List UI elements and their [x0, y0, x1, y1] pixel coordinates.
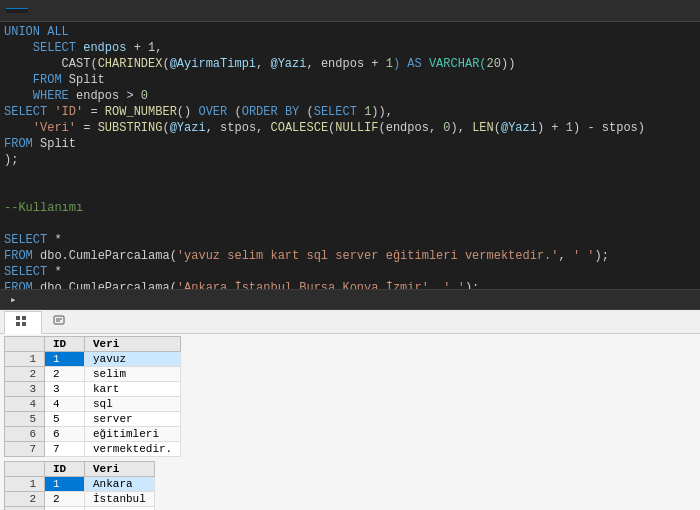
code-token: ) AS [393, 57, 429, 71]
code-token: LEN [472, 121, 494, 135]
code-token: 0 [141, 89, 148, 103]
code-line [0, 216, 700, 232]
code-token: @Yazi [170, 121, 206, 135]
code-token: FROM [4, 73, 69, 87]
code-token: ), [451, 121, 473, 135]
cell-id: 1 [45, 477, 85, 492]
column-header [5, 462, 45, 477]
messages-icon [53, 314, 65, 329]
code-token: dbo.CumleParcalama( [40, 281, 177, 290]
zoom-bar: ▸ [0, 290, 700, 310]
svg-rect-1 [22, 316, 26, 320]
row-number: 6 [5, 427, 45, 442]
code-content: WHERE endpos > 0 [4, 88, 700, 104]
code-content: UNION ALL [4, 24, 700, 40]
table-row[interactable]: 77vermektedir. [5, 442, 181, 457]
code-token: Split [40, 137, 76, 151]
code-editor: UNION ALL SELECT endpos + 1, CAST(CHARIN… [0, 22, 700, 290]
code-line: --Kullanımı [0, 200, 700, 216]
cell-veri: sql [85, 397, 181, 412]
code-content: FROM dbo.CumleParcalama('yavuz selim kar… [4, 248, 700, 264]
table-row[interactable]: 22selim [5, 367, 181, 382]
code-token: = [76, 121, 98, 135]
code-token: , [559, 249, 573, 263]
code-token: dbo.CumleParcalama( [40, 249, 177, 263]
row-number: 7 [5, 442, 45, 457]
code-content: ); [4, 152, 700, 168]
code-token: @Yazi [501, 121, 537, 135]
code-line: 'Veri' = SUBSTRING(@Yazi, stpos, COALESC… [0, 120, 700, 136]
cell-veri: Bursa [85, 507, 155, 511]
code-token [4, 121, 33, 135]
table-row[interactable]: 22İstanbul [5, 492, 155, 507]
cell-veri: vermektedir. [85, 442, 181, 457]
code-token: ) [508, 57, 515, 71]
row-number: 2 [5, 367, 45, 382]
svg-rect-3 [22, 322, 26, 326]
code-token: ); [465, 281, 479, 290]
grid-section-1: IDVeri 11yavuz22selim33kart44sql55server… [0, 336, 700, 457]
code-token: SELECT [4, 105, 54, 119]
cell-id: 5 [45, 412, 85, 427]
code-token: --Kullanımı [4, 201, 83, 215]
code-token: Split [69, 73, 105, 87]
code-token: )), [371, 105, 393, 119]
table-row[interactable]: 66eğitimleri [5, 427, 181, 442]
code-token: 1 [386, 57, 393, 71]
code-token: ); [4, 153, 18, 167]
code-line: CAST(CHARINDEX(@AyirmaTimpi, @Yazi, endp… [0, 56, 700, 72]
code-content: SELECT 'ID' = ROW_NUMBER() OVER (ORDER B… [4, 104, 700, 120]
column-header [5, 337, 45, 352]
tab-messages[interactable] [42, 310, 80, 333]
table-row[interactable]: 55server [5, 412, 181, 427]
code-line [0, 168, 700, 184]
code-token: ) + [537, 121, 566, 135]
code-token: NULLIF [335, 121, 378, 135]
code-line [0, 184, 700, 200]
cell-veri: Ankara [85, 477, 155, 492]
code-line: FROM dbo.CumleParcalama('Ankara,İstanbul… [0, 280, 700, 290]
code-token: CAST( [4, 57, 98, 71]
title-tab[interactable] [6, 8, 28, 13]
results-table-1: IDVeri 11yavuz22selim33kart44sql55server… [4, 336, 181, 457]
table-row[interactable]: 11yavuz [5, 352, 181, 367]
code-token: ( [494, 121, 501, 135]
cell-veri: kart [85, 382, 181, 397]
table-row[interactable]: 33kart [5, 382, 181, 397]
title-bar [0, 0, 700, 22]
table-row[interactable]: 44sql [5, 397, 181, 412]
grids-container[interactable]: IDVeri 11yavuz22selim33kart44sql55server… [0, 334, 700, 510]
row-number: 1 [5, 477, 45, 492]
row-number: 4 [5, 397, 45, 412]
code-line: SELECT * [0, 264, 700, 280]
code-line: SELECT * [0, 232, 700, 248]
code-token: , [429, 281, 443, 290]
zoom-icon: ▸ [10, 293, 17, 306]
tab-results[interactable] [4, 311, 42, 334]
code-token: FROM [4, 249, 40, 263]
code-token: ); [595, 249, 609, 263]
code-token: UNION ALL [4, 25, 69, 39]
cell-id: 4 [45, 397, 85, 412]
code-token: 1 [566, 121, 573, 135]
code-token: 0 [443, 121, 450, 135]
table-row[interactable]: 33Bursa [5, 507, 155, 511]
code-token: 'ID' [54, 105, 83, 119]
code-token: SELECT [4, 265, 47, 279]
code-content: SELECT * [4, 264, 700, 280]
code-token: ( [299, 105, 313, 119]
code-line: FROM dbo.CumleParcalama('yavuz selim kar… [0, 248, 700, 264]
cell-id: 3 [45, 382, 85, 397]
code-token: + 1, [126, 41, 162, 55]
code-token: * [47, 265, 61, 279]
code-token: ) - stpos) [573, 121, 645, 135]
code-line: SELECT 'ID' = ROW_NUMBER() OVER (ORDER B… [0, 104, 700, 120]
results-table-2: IDVeri 11Ankara22İstanbul33Bursa44Konya5… [4, 461, 155, 510]
code-token: SELECT [4, 41, 83, 55]
code-token: SELECT [314, 105, 357, 119]
code-token: @Yazi [270, 57, 306, 71]
code-token: * [47, 233, 61, 247]
table-row[interactable]: 11Ankara [5, 477, 155, 492]
code-token: endpos > [76, 89, 141, 103]
code-line: SELECT endpos + 1, [0, 40, 700, 56]
